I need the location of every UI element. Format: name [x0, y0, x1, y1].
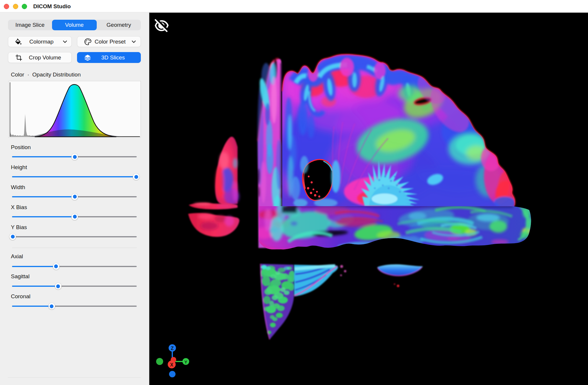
- svg-text:Y: Y: [184, 359, 187, 364]
- svg-text:X: X: [170, 362, 173, 367]
- svg-text:Z: Z: [171, 346, 174, 351]
